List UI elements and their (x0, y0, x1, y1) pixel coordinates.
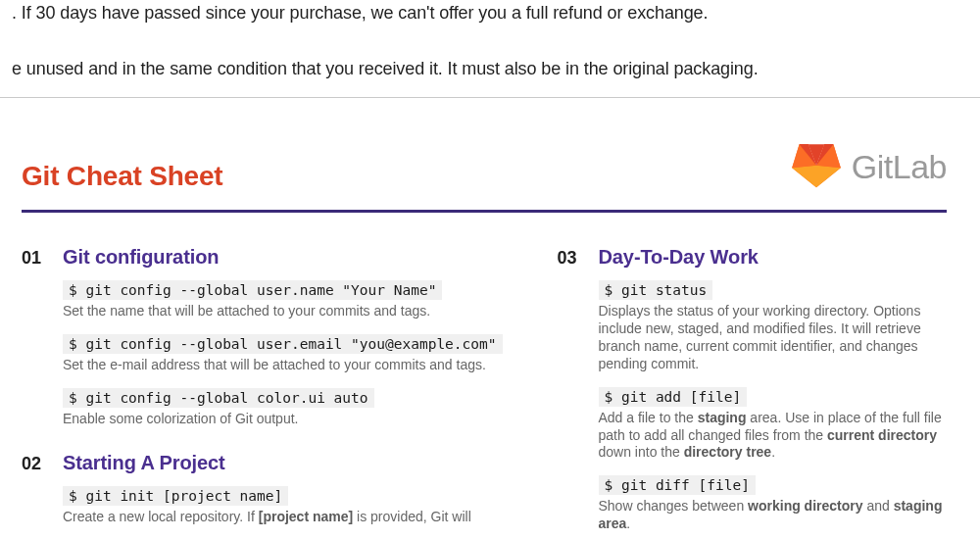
cheat-sheet-header: Git Cheat Sheet (22, 131, 947, 213)
right-column: 03Day-To-Day Work$ git statusDisplays th… (558, 246, 948, 540)
command-code: $ git config --global user.name "Your Na… (63, 280, 442, 300)
horizontal-divider (0, 97, 980, 98)
section-number: 02 (22, 454, 47, 474)
command-code: $ git config --global color.ui auto (63, 388, 374, 408)
section-number: 03 (558, 248, 583, 269)
gitlab-brand: GitLab (791, 141, 947, 192)
command-code: $ git config --global user.email "you@ex… (63, 334, 503, 354)
section: 03Day-To-Day Work$ git statusDisplays th… (558, 246, 948, 540)
command-code: $ git status (599, 280, 713, 300)
section-header: 01Git configuration (22, 246, 503, 269)
section-title: Starting A Project (63, 452, 225, 474)
command-description: Add a file to the staging area. Use in p… (599, 410, 948, 463)
cheat-sheet-columns: 01Git configuration$ git config --global… (22, 213, 947, 540)
section: 02Starting A Project$ git init [project … (22, 452, 503, 526)
command-code: $ git add [file] (599, 387, 748, 407)
command-item: $ git init [project name]Create a new lo… (63, 486, 503, 526)
section-title: Git configuration (63, 246, 219, 269)
cheat-sheet-title: Git Cheat Sheet (22, 161, 222, 192)
command-item: $ git add [file]Add a file to the stagin… (599, 387, 948, 463)
left-column: 01Git configuration$ git config --global… (22, 246, 503, 540)
command-description: Show changes between working directory a… (599, 498, 948, 533)
cheat-sheet-document: Git Cheat Sheet (0, 108, 980, 540)
command-description: Set the e-mail address that will be atta… (63, 357, 503, 374)
command-item: $ git config --global user.email "you@ex… (63, 334, 503, 374)
section-number: 01 (22, 248, 47, 269)
gitlab-logo-icon (791, 141, 842, 192)
command-item: $ git config --global color.ui autoEnabl… (63, 388, 503, 428)
refund-line-2: e unused and in the same condition that … (12, 59, 968, 79)
command-description: Set the name that will be attached to yo… (63, 303, 503, 320)
refund-policy-excerpt: . If 30 days have passed since your purc… (0, 3, 980, 79)
section-header: 03Day-To-Day Work (558, 246, 948, 269)
command-item: $ git diff [file]Show changes between wo… (599, 475, 948, 533)
section: 01Git configuration$ git config --global… (22, 246, 503, 428)
section-title: Day-To-Day Work (599, 246, 759, 269)
command-item: $ git config --global user.name "Your Na… (63, 280, 503, 320)
refund-line-1: . If 30 days have passed since your purc… (12, 3, 968, 24)
command-code: $ git init [project name] (63, 486, 288, 506)
command-description: Displays the status of your working dire… (599, 303, 948, 373)
command-code: $ git diff [file] (599, 475, 756, 495)
gitlab-brand-text: GitLab (852, 148, 947, 186)
section-header: 02Starting A Project (22, 452, 503, 474)
command-description: Create a new local repository. If [proje… (63, 509, 503, 526)
command-item: $ git statusDisplays the status of your … (599, 280, 948, 373)
command-description: Enable some colorization of Git output. (63, 411, 503, 428)
